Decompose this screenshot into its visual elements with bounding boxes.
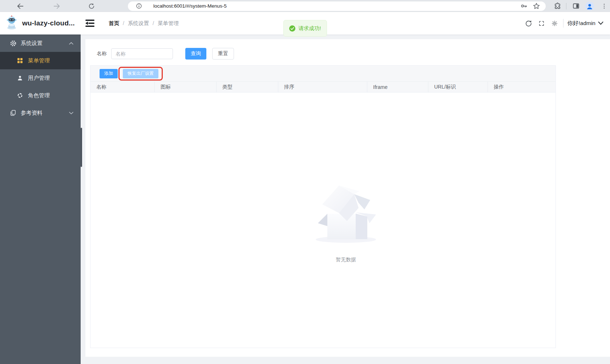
user-greeting: 你好!admin xyxy=(567,20,595,27)
user-menu[interactable]: 你好!admin xyxy=(567,20,603,27)
app-title: wu-lazy-cloud... xyxy=(22,19,75,27)
grid-icon xyxy=(17,58,25,64)
sidebar-scrollbar-thumb[interactable] xyxy=(81,128,82,167)
profile-avatar-icon[interactable] xyxy=(585,2,594,11)
breadcrumb: 首页 / 系统设置 / 菜单管理 xyxy=(109,20,179,27)
chevron-down-icon xyxy=(69,112,73,114)
content-card: 名称 查询 重置 添加 恢复出厂设置 名称 图标 类型 排序 xyxy=(85,39,610,357)
browser-toolbar: localhost:6001/#/system-Menus-5 xyxy=(0,0,610,12)
column-header-name: 名称 xyxy=(90,82,155,92)
fullscreen-icon[interactable] xyxy=(537,19,545,27)
empty-box-illustration xyxy=(315,181,377,244)
sidebar-item-user-management[interactable]: 用户管理 xyxy=(0,69,81,87)
breadcrumb-home[interactable]: 首页 xyxy=(109,20,119,27)
success-toast: 请求成功! xyxy=(283,20,327,37)
browser-forward-icon[interactable] xyxy=(52,2,61,11)
column-header-icon: 图标 xyxy=(155,82,217,92)
gear-icon xyxy=(10,40,18,47)
sidebar-item-label: 用户管理 xyxy=(28,75,81,82)
browser-menu-icon[interactable] xyxy=(600,2,609,11)
breadcrumb-system-settings[interactable]: 系统设置 xyxy=(128,20,149,27)
column-header-url: URL/标识 xyxy=(428,82,488,92)
table-body-empty: 暂无数据 xyxy=(90,93,556,348)
logo-area: wu-lazy-cloud... xyxy=(0,15,81,31)
user-icon xyxy=(17,75,25,81)
breadcrumb-menu-management: 菜单管理 xyxy=(158,20,179,27)
collapse-sidebar-icon[interactable] xyxy=(85,19,95,28)
query-button[interactable]: 查询 xyxy=(185,48,206,60)
column-header-iframe: Iframe xyxy=(367,82,428,92)
header-divider xyxy=(563,19,563,28)
reset-button[interactable]: 重置 xyxy=(212,48,234,60)
address-bar[interactable]: localhost:6001/#/system-Menus-5 xyxy=(128,1,546,11)
app-logo-icon xyxy=(5,15,19,31)
table-header-row: 名称 图标 类型 排序 Iframe URL/标识 操作 xyxy=(90,82,556,93)
check-circle-icon xyxy=(289,25,295,32)
factory-reset-button[interactable]: 恢复出厂设置 xyxy=(123,69,158,78)
add-button[interactable]: 添加 xyxy=(100,69,118,78)
toast-message: 请求成功! xyxy=(298,25,321,32)
main-content: 名称 查询 重置 添加 恢复出厂设置 名称 图标 类型 排序 xyxy=(81,34,610,364)
bookmark-star-icon[interactable] xyxy=(532,2,541,11)
sidebar-group-reference-materials[interactable]: 参考资料 xyxy=(0,104,81,122)
sidebar-item-label: 菜单管理 xyxy=(28,57,81,64)
menus-table: 添加 恢复出厂设置 名称 图标 类型 排序 Iframe URL/标识 操作 xyxy=(90,65,556,348)
toolbar-divider xyxy=(566,3,566,9)
refresh-icon[interactable] xyxy=(524,19,532,27)
breadcrumb-separator: / xyxy=(123,20,124,26)
sidebar-group-label: 参考资料 xyxy=(21,110,69,116)
side-panel-icon[interactable] xyxy=(571,2,580,11)
extensions-icon[interactable] xyxy=(553,2,562,11)
header-actions: 你好!admin xyxy=(524,19,610,28)
sidebar-item-menu-management[interactable]: 菜单管理 xyxy=(0,52,81,69)
search-form: 名称 查询 重置 xyxy=(97,48,604,60)
sidebar-group-label: 系统设置 xyxy=(21,40,69,47)
sidebar-item-label: 角色管理 xyxy=(28,92,81,99)
name-field-label: 名称 xyxy=(97,50,107,57)
sidebar-item-role-management[interactable]: 角色管理 xyxy=(0,87,81,104)
browser-back-icon[interactable] xyxy=(16,2,25,11)
url-text[interactable]: localhost:6001/#/system-Menus-5 xyxy=(153,3,520,9)
browser-reload-icon[interactable] xyxy=(87,2,96,11)
site-info-icon[interactable] xyxy=(135,3,142,10)
empty-text: 暂无数据 xyxy=(315,257,377,263)
chevron-down-icon xyxy=(598,21,603,25)
sidebar-group-system-settings[interactable]: 系统设置 xyxy=(0,34,81,52)
roles-icon xyxy=(17,93,25,98)
password-key-icon[interactable] xyxy=(520,2,528,11)
app-body: 系统设置 菜单管理 用户管理 角色管理 参 xyxy=(0,34,610,364)
breadcrumb-separator: / xyxy=(153,20,154,26)
column-header-type: 类型 xyxy=(217,82,278,92)
documents-icon xyxy=(10,110,18,116)
theme-sun-icon[interactable] xyxy=(550,19,558,27)
column-header-sort: 排序 xyxy=(278,82,367,92)
table-toolbar: 添加 恢复出厂设置 xyxy=(90,66,556,82)
sidebar: 系统设置 菜单管理 用户管理 角色管理 参 xyxy=(0,34,81,364)
chevron-up-icon xyxy=(69,42,73,45)
column-header-actions: 操作 xyxy=(488,82,556,92)
empty-state: 暂无数据 xyxy=(315,181,377,263)
name-search-input[interactable] xyxy=(111,48,173,59)
